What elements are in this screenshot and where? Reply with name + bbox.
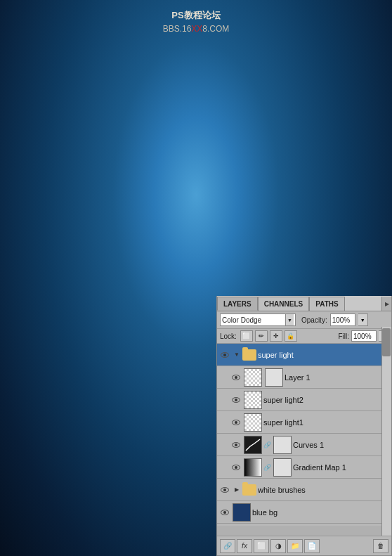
lock-all-btn[interactable]: 🔒 bbox=[285, 330, 297, 342]
tab-paths[interactable]: PATHS bbox=[309, 297, 344, 311]
fill-input[interactable]: 100% bbox=[351, 330, 377, 342]
link-layers-button[interactable]: 🔗 bbox=[220, 539, 235, 553]
lock-label: Lock: bbox=[220, 332, 237, 340]
eye-icon-layer1[interactable] bbox=[230, 371, 242, 384]
tab-channels[interactable]: CHANNELS bbox=[258, 297, 310, 311]
watermark-prefix: BBS.16 bbox=[163, 24, 192, 34]
layers-list: ▼ super light Layer 1 super light2 bbox=[217, 344, 391, 526]
eye-icon-white-brushes[interactable] bbox=[218, 484, 231, 496]
layers-panel: LAYERS CHANNELS PATHS ▶ Color Dodge ▼ Op… bbox=[216, 296, 392, 556]
eye-icon-curves1[interactable] bbox=[230, 439, 242, 451]
opacity-label: Opacity: bbox=[301, 316, 327, 324]
watermark-suffix: 8.COM bbox=[202, 24, 229, 34]
thumb-gradmap1 bbox=[244, 458, 262, 477]
layer-row-super-light1[interactable]: super light1 bbox=[217, 411, 391, 434]
layer-name-blue-bg: blue bg bbox=[252, 508, 390, 517]
thumb-super-light2 bbox=[244, 391, 262, 409]
tab-layers[interactable]: LAYERS bbox=[217, 297, 258, 311]
layer-name-super-light: super light bbox=[258, 351, 390, 359]
layer-row-layer1[interactable]: Layer 1 bbox=[217, 366, 391, 389]
expand-arrow-super-light[interactable]: ▼ bbox=[233, 351, 241, 359]
thumb-layer1 bbox=[244, 368, 262, 387]
layer-row-super-light-group[interactable]: ▼ super light bbox=[217, 344, 391, 366]
mask-gradmap1 bbox=[273, 458, 292, 477]
thumb-blue-bg bbox=[233, 503, 251, 522]
opacity-input[interactable]: 100% bbox=[330, 313, 355, 326]
watermark-red: XX bbox=[191, 24, 202, 34]
link-icon-gradmap1: 🔗 bbox=[263, 464, 270, 471]
thumb-super-light1 bbox=[244, 413, 262, 432]
layer-name-white-brushes: white brushes bbox=[258, 486, 390, 494]
watermark-line2: BBS.16XX8.COM bbox=[163, 22, 230, 35]
opacity-dropdown-btn[interactable]: ▼ bbox=[358, 313, 368, 326]
lock-transparent-btn[interactable]: ⬜ bbox=[240, 330, 253, 342]
eye-icon-blue-bg[interactable] bbox=[218, 506, 231, 519]
layer-row-gradmap1[interactable]: 🔗 Gradient Map 1 bbox=[217, 456, 391, 479]
new-group-button[interactable]: 📁 bbox=[287, 539, 303, 553]
expand-arrow-white-brushes[interactable]: ▶ bbox=[233, 486, 241, 494]
new-layer-button[interactable]: 📄 bbox=[304, 539, 320, 553]
link-icon-curves1: 🔗 bbox=[263, 441, 270, 448]
mask-curves1 bbox=[273, 436, 292, 454]
panel-tabs: LAYERS CHANNELS PATHS ▶ bbox=[217, 296, 391, 311]
blend-select-arrow: ▼ bbox=[285, 314, 294, 325]
mask-layer1 bbox=[265, 368, 283, 387]
thumb-curves1 bbox=[244, 436, 262, 454]
add-mask-button[interactable]: ⬜ bbox=[254, 539, 269, 553]
eye-icon-super-light1[interactable] bbox=[230, 416, 242, 429]
layer-row-super-light2[interactable]: super light2 bbox=[217, 389, 391, 411]
opacity-value: 100% bbox=[332, 316, 351, 324]
lock-row: Lock: ⬜ ✏ ✛ 🔒 Fill: 100% ▼ bbox=[217, 329, 391, 344]
eye-icon-super-light2[interactable] bbox=[230, 394, 242, 406]
fill-label: Fill: bbox=[338, 332, 349, 340]
watermark-line1: PS教程论坛 bbox=[163, 8, 230, 22]
eye-icon-super-light[interactable] bbox=[218, 349, 231, 361]
layer-row-white-brushes[interactable]: ▶ white brushes bbox=[217, 479, 391, 501]
scroll-thumb[interactable] bbox=[382, 328, 391, 356]
watermark: PS教程论坛 BBS.16XX8.COM bbox=[163, 8, 230, 35]
blend-mode-select[interactable]: Color Dodge ▼ bbox=[220, 313, 296, 326]
layer-row-curves1[interactable]: 🔗 Curves 1 bbox=[217, 434, 391, 456]
scroll-track[interactable] bbox=[381, 327, 391, 536]
folder-icon-super-light bbox=[242, 349, 256, 361]
layer-name-super-light2: super light2 bbox=[263, 396, 390, 404]
fx-button[interactable]: fx bbox=[237, 539, 252, 553]
delete-layer-button[interactable]: 🗑 bbox=[373, 539, 388, 553]
blend-mode-row: Color Dodge ▼ Opacity: 100% ▼ bbox=[217, 311, 391, 329]
layer-row-blue-bg[interactable]: blue bg bbox=[217, 501, 391, 524]
lock-paint-btn[interactable]: ✏ bbox=[255, 330, 268, 342]
fill-value: 100% bbox=[353, 332, 372, 340]
panel-toolbar: 🔗 fx ⬜ ◑ 📁 📄 🗑 bbox=[217, 536, 391, 555]
blend-mode-value: Color Dodge bbox=[222, 316, 261, 324]
folder-icon-white-brushes bbox=[242, 484, 256, 496]
new-adjustment-button[interactable]: ◑ bbox=[270, 539, 286, 553]
layer-name-layer1: Layer 1 bbox=[285, 373, 390, 382]
layer-name-gradmap1: Gradient Map 1 bbox=[293, 463, 390, 472]
eye-icon-gradmap1[interactable] bbox=[230, 461, 242, 474]
layer-name-super-light1: super light1 bbox=[263, 418, 390, 427]
layer-name-curves1: Curves 1 bbox=[293, 441, 390, 449]
lock-move-btn[interactable]: ✛ bbox=[270, 330, 282, 342]
panel-menu-arrow[interactable]: ▶ bbox=[381, 297, 391, 311]
